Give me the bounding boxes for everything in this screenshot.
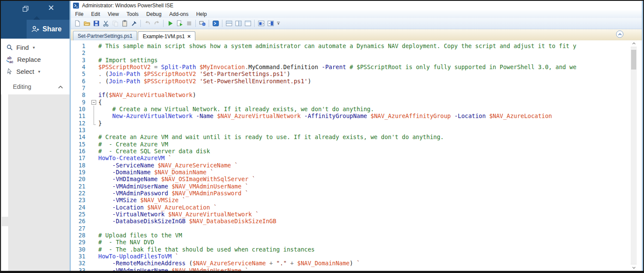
menu-item-tools[interactable]: Tools <box>123 10 143 18</box>
code-line-18[interactable]: 18 -ServiceName $NAV_AzureServiceName ` <box>71 162 629 169</box>
code-text: HowTo-UploadFilesToVM ` <box>98 253 179 260</box>
select-button[interactable]: Select ▾ <box>6 66 40 76</box>
code-line-32[interactable]: 32 -RemoteMachineAddress ($NAV_AzureServ… <box>71 260 629 267</box>
save-script-button[interactable] <box>91 19 101 28</box>
line-number: 33 <box>71 267 90 271</box>
run-script-button[interactable] <box>165 19 175 28</box>
code-line-10[interactable]: 10 # Create a new Virtual Network. If it… <box>71 106 629 112</box>
code-line-33[interactable]: 33 -VMAdminUserName $NAV_VMAdminUserName… <box>71 267 629 271</box>
code-line-21[interactable]: 21 -VMAdminUserName $NAV_VMAdminUserName… <box>71 183 629 190</box>
menu-item-help[interactable]: Help <box>192 10 211 18</box>
menu-item-addons[interactable]: Add-ons <box>165 10 192 18</box>
menu-item-view[interactable]: View <box>104 10 123 18</box>
code-text: # - Create SQL Server data disk <box>98 148 210 155</box>
collapse-pane-button[interactable] <box>616 30 623 38</box>
code-line-15[interactable]: 15# - Create Azure VM <box>71 141 629 148</box>
scroll-up-button[interactable] <box>631 40 637 47</box>
code-line-13[interactable]: 13 <box>71 127 629 133</box>
toolbar-overflow-button[interactable]: ▾ <box>277 22 280 25</box>
code-line-29[interactable]: 29# - The NAV DVD <box>71 239 629 246</box>
fold-margin <box>90 260 98 267</box>
undo-button[interactable] <box>143 19 152 28</box>
code-line-20[interactable]: 20 -VHDImageName $NAV_OSImageWithSqlServ… <box>71 176 629 182</box>
code-line-4[interactable]: 4$PSScriptRootV2 = Split-Path $MyInvocat… <box>71 64 629 70</box>
scroll-down-button[interactable] <box>631 264 637 271</box>
line-number: 16 <box>71 148 90 155</box>
restore-window-icon[interactable] <box>22 6 29 12</box>
code-line-31[interactable]: 31HowTo-UploadFilesToVM ` <box>71 253 629 260</box>
code-line-11[interactable]: 11 New-AzureVirtualNetwork -Name $NAV_Az… <box>71 112 629 119</box>
show-command-window-button[interactable] <box>256 19 266 28</box>
find-button[interactable]: Find ▾ <box>6 42 35 52</box>
show-script-pane-top-button[interactable] <box>224 19 234 28</box>
show-script-pane-maximized-button[interactable] <box>243 19 252 28</box>
code-line-23[interactable]: 23 -VMSize $NAV_VMSize ` <box>71 197 629 203</box>
tab-example-1vm-ps1[interactable]: Example-1VM.ps1× <box>138 31 195 41</box>
close-tab-icon[interactable]: × <box>187 34 191 39</box>
code-line-1[interactable]: 1# This sample main script shows how a s… <box>71 42 629 49</box>
menu-item-debug[interactable]: Debug <box>143 10 165 18</box>
line-number: 5 <box>71 70 90 77</box>
start-powershell-exe-button[interactable] <box>211 19 220 28</box>
code-line-3[interactable]: 3# Import settings <box>71 57 629 64</box>
line-number: 10 <box>71 106 90 112</box>
line-number: 18 <box>71 162 90 169</box>
replace-button[interactable]: abac Replace <box>6 54 41 64</box>
code-line-22[interactable]: 22 -VMAdminPassword $NAV_VMAdminPassword… <box>71 190 629 197</box>
code-line-24[interactable]: 24 -Location $NAV_AzureLocation ` <box>71 204 629 211</box>
code-line-16[interactable]: 16# - Create SQL Server data disk <box>71 148 629 155</box>
copy-button[interactable] <box>110 19 120 28</box>
new-script-button[interactable] <box>73 19 82 28</box>
new-script-icon <box>74 20 81 27</box>
show-script-pane-right-button[interactable] <box>234 19 243 28</box>
line-number: 8 <box>71 91 90 98</box>
stop-operation-button[interactable] <box>184 19 194 28</box>
code-line-12[interactable]: 12} <box>71 120 629 127</box>
script-editor[interactable]: 1# This sample main script shows how a s… <box>71 40 642 271</box>
code-line-19[interactable]: 19 -DomainName $NAV_DomainName ` <box>71 169 629 176</box>
code-line-30[interactable]: 30# - The .bak file that should be used … <box>71 246 629 253</box>
code-line-25[interactable]: 25 -VirtualNetwork $NAV_AzureVirtualNetw… <box>71 211 629 218</box>
clear-console-button[interactable] <box>129 19 139 28</box>
fold-margin <box>90 57 98 64</box>
code-line-5[interactable]: 5. (Join-Path $PSScriptRootV2 'Set-Partn… <box>71 70 629 77</box>
run-selection-button[interactable] <box>175 19 184 28</box>
ise-titlebar[interactable]: Administrator: Windows PowerShell ISE <box>71 1 642 10</box>
menu-bar: FileEditViewToolsDebugAdd-onsHelp <box>71 10 642 18</box>
collapse-ribbon-chevron-icon[interactable] <box>58 84 64 90</box>
line-number: 2 <box>71 49 90 56</box>
open-script-button[interactable] <box>82 19 91 28</box>
code-text: # - Create Azure VM <box>98 141 168 148</box>
person-plus-icon <box>31 25 39 33</box>
code-line-14[interactable]: 14# Create an Azure VM and wait until it… <box>71 133 629 140</box>
tab-set-partnersettings-ps1[interactable]: Set-PartnerSettings.ps1 <box>73 31 137 40</box>
show-script-pane-button[interactable] <box>266 19 275 28</box>
code-text: # Create a new Virtual Network. If it al… <box>98 106 374 112</box>
fold-margin <box>90 91 98 98</box>
toolbar-separator <box>254 20 255 27</box>
open-script-icon <box>83 20 91 27</box>
code-line-6[interactable]: 6. (Join-Path $PSScriptRootV2 'Set-Power… <box>71 78 629 85</box>
save-script-icon <box>93 20 100 27</box>
code-line-8[interactable]: 8if($NAV_AzureVirtualNetwork) <box>71 91 629 98</box>
redo-button[interactable] <box>152 19 161 28</box>
fold-collapse-icon[interactable] <box>91 100 96 105</box>
code-line-17[interactable]: 17HowTo-CreateAzureVM ` <box>71 155 629 161</box>
vertical-scrollbar[interactable] <box>631 40 637 271</box>
scrollbar-thumb[interactable] <box>631 50 636 70</box>
code-line-28[interactable]: 28# Upload files to the VM <box>71 232 629 239</box>
fold-margin <box>90 106 98 112</box>
code-line-27[interactable]: 27 <box>71 225 629 232</box>
menu-item-file[interactable]: File <box>71 10 87 18</box>
code-line-26[interactable]: 26 -DatabaseDiskSizeInGB $NAV_DatabaseDi… <box>71 218 629 224</box>
share-button[interactable]: Share <box>27 20 70 39</box>
cut-button[interactable] <box>101 19 110 28</box>
close-window-icon[interactable]: × <box>48 2 54 14</box>
line-number: 21 <box>71 183 90 190</box>
code-line-9[interactable]: 9{ <box>71 99 629 106</box>
menu-item-edit[interactable]: Edit <box>87 10 104 18</box>
new-remote-powershell-tab-button[interactable] <box>197 19 207 28</box>
code-line-2[interactable]: 2 <box>71 49 629 56</box>
paste-button[interactable] <box>120 19 129 28</box>
code-line-7[interactable]: 7 <box>71 85 629 91</box>
